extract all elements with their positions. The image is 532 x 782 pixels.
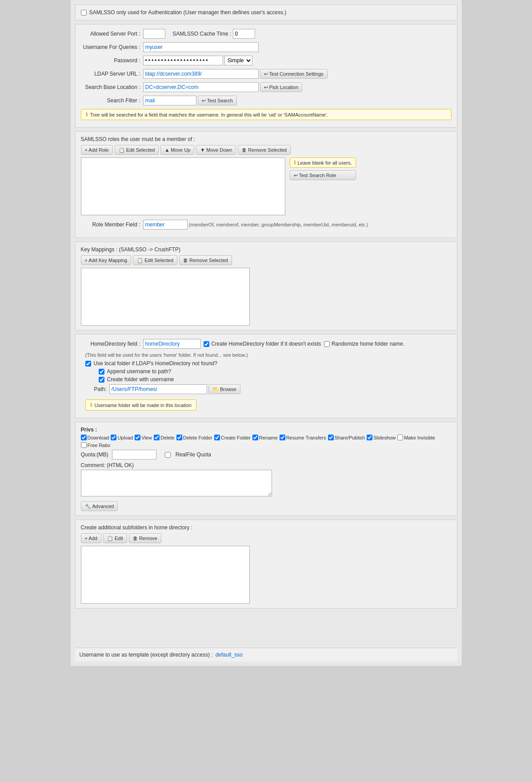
edit-role-button[interactable]: 📋 Edit Selected [115,145,159,155]
ldap-url-label: LDAP Server URL : [81,71,143,77]
username-queries-label: Username For Queries : [81,44,143,50]
append-username-checkbox[interactable] [99,369,104,375]
test-role-icon: ↩ [294,173,298,178]
priv-view-checkbox[interactable] [135,435,140,440]
ldap-url-input[interactable] [143,69,259,79]
leave-blank-icon: ℹ [294,160,296,165]
test-connection-button[interactable]: ↩ Test Connection Settings [260,69,328,79]
username-queries-input[interactable] [143,42,259,52]
search-filter-label: Search Filter : [81,97,143,104]
add-subfolder-button[interactable]: + Add [81,533,101,543]
create-folder-username-label: Create folder with username [107,376,174,383]
test-search-button[interactable]: ↩ Test Search [198,96,237,105]
priv-download-checkbox[interactable] [81,435,87,440]
advanced-button[interactable]: 🔧 Advanced [81,501,118,511]
priv-slideshow-checkbox[interactable] [367,435,372,440]
privs-label: Privs : [81,427,97,433]
comment-textarea[interactable] [81,470,272,496]
key-mappings-list[interactable] [81,268,250,326]
template-label: Username to use as template (except dire… [80,652,213,658]
randomize-home-checkbox[interactable] [324,341,330,347]
roles-list[interactable] [81,157,285,215]
move-down-button[interactable]: ▼ Move Down [196,145,236,155]
edit-key-icon: 📋 [137,258,143,263]
cache-time-input[interactable]: 0 [233,29,255,39]
edit-subfolder-button[interactable]: 📋 Edit [103,533,127,543]
advanced-icon: 🔧 [85,504,91,509]
remove-key-icon: 🗑 [183,258,188,263]
move-up-button[interactable]: ▲ Move Up [160,145,194,155]
priv-delete-checkbox[interactable] [154,435,160,440]
cache-time-label: SAMLSSO Cache Time : [172,31,231,37]
quota-row: Quota:(MB) RealFile Quota [81,450,452,460]
edit-subfolder-icon: 📋 [107,536,113,541]
randomize-home-label: Randomize home folder name. [332,341,404,347]
priv-delete-folder-checkbox[interactable] [176,435,182,440]
template-value[interactable]: default_sso [216,652,243,658]
info-icon: ℹ [86,112,88,117]
test-search-role-button[interactable]: ↩ Test Search Role [290,170,356,180]
search-filter-input[interactable] [143,96,196,105]
role-member-label: Role Member Field : [81,222,143,228]
key-mappings-title: Key Mappings : (SAMLSSO -> CrushFTP) [81,246,452,253]
template-row: Username to use as template (except dire… [75,648,457,661]
quota-input[interactable] [112,450,156,460]
subfolders-title: Create additional subfolders in home dir… [81,524,452,531]
role-member-input[interactable] [143,220,188,230]
search-base-input[interactable] [143,82,259,92]
create-home-dir-label: Create HomeDirectory folder if it doesn'… [211,341,321,347]
test-connection-icon: ↩ [264,71,268,77]
priv-upload-checkbox[interactable] [111,435,116,440]
password-label: Password : [81,57,143,64]
home-dir-field-input[interactable] [143,339,201,349]
realfile-quota-label: RealFile Quota [176,451,211,458]
priv-create-folder-checkbox[interactable] [214,435,220,440]
use-local-folder-label: Use local folder if LDAP's HomeDirectory… [94,360,217,367]
remove-subfolder-icon: 🗑 [133,536,138,541]
edit-role-icon: 📋 [119,147,125,153]
roles-section-title: SAMLSSO roles the user must be a member … [81,136,452,142]
priv-rename-checkbox[interactable] [252,435,258,440]
add-key-mapping-button[interactable]: + Add Key Mapping [81,255,132,265]
priv-resume-checkbox[interactable] [280,435,285,440]
leave-blank-info: ℹ Leave blank for all users. [290,157,356,168]
password-type-select[interactable]: Simple MD5 SHA [224,56,252,65]
priv-free-ratio-checkbox[interactable] [81,442,87,448]
create-home-dir-checkbox[interactable] [204,341,209,347]
realfile-quota-checkbox[interactable] [165,452,171,458]
priv-share-checkbox[interactable] [328,435,334,440]
saml-only-auth-checkbox[interactable] [81,10,87,16]
browse-icon: 📁 [212,387,219,392]
create-folder-username-checkbox[interactable] [99,377,104,383]
use-local-folder-checkbox[interactable] [85,361,91,367]
path-label: Path: [94,386,107,392]
append-username-label: Append username to path? [107,368,172,375]
server-port-input[interactable] [143,29,165,39]
move-down-icon: ▼ [200,147,205,153]
role-member-hint: (memberOf, memberof, member, groupMember… [189,222,368,227]
edit-key-mapping-button[interactable]: 📋 Edit Selected [133,255,177,265]
remove-subfolder-button[interactable]: 🗑 Remove [129,533,161,543]
username-folder-info-banner: ℹ Username folder will be made in this l… [85,399,196,411]
password-input[interactable] [143,56,223,65]
test-search-icon: ↩ [202,98,206,104]
saml-only-auth-label: SAMLSSO only used for Authentication (Us… [89,9,287,16]
search-base-label: Search Base Location : [81,84,143,90]
quota-label: Quota:(MB) [81,451,108,458]
remove-role-icon: 🗑 [242,147,247,153]
privs-row: Download Upload View Delete Delete Folde… [81,435,452,448]
comment-label: Comment: (HTML OK) [81,462,452,468]
priv-make-invisible-checkbox[interactable] [397,435,403,440]
server-port-label: Allowed Server Port : [81,31,143,37]
add-role-button[interactable]: + Add Role [81,145,113,155]
browse-button[interactable]: 📁 Browse [208,384,240,394]
pick-location-button[interactable]: ↩ Pick Location [260,82,302,92]
username-folder-icon: ℹ [90,402,92,408]
remove-role-button[interactable]: 🗑 Remove Selected [238,145,291,155]
pick-location-icon: ↩ [264,85,268,90]
home-dir-hint: (This field will be used for the users '… [85,352,452,358]
path-input[interactable] [109,384,207,394]
remove-key-mapping-button[interactable]: 🗑 Remove Selected [179,255,232,265]
home-dir-field-label: HomeDirectory field : [81,341,143,347]
subfolders-list[interactable] [81,546,250,604]
